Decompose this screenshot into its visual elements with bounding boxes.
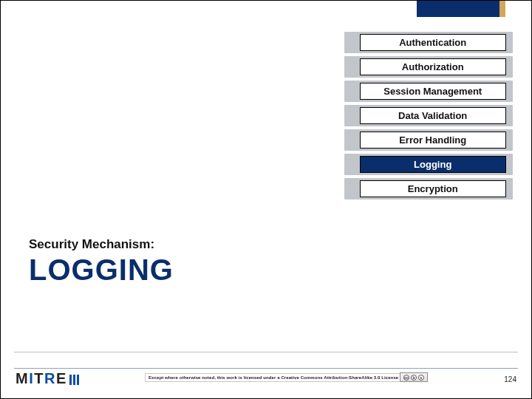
tab-label: Data Validation [360, 107, 506, 124]
tab-label: Encryption [360, 180, 506, 197]
by-icon: b [411, 375, 417, 381]
tab-encryption[interactable]: Encryption [344, 178, 513, 200]
section-eyebrow: Security Mechanism: [29, 237, 174, 252]
tab-data-validation[interactable]: Data Validation [344, 105, 513, 126]
tab-label: Authorization [360, 58, 506, 75]
tab-label: Logging [360, 156, 506, 173]
tab-label: Session Management [360, 83, 506, 100]
page-number: 124 [504, 375, 516, 383]
logo-letter: R [44, 370, 55, 387]
tab-authorization[interactable]: Authorization [344, 56, 513, 78]
section-title: LOGGING [29, 253, 174, 287]
tab-session-management[interactable]: Session Management [344, 81, 513, 102]
cc-license-badge: cc b s [400, 372, 428, 382]
divider [14, 352, 518, 352]
logo-letter: E [56, 370, 66, 387]
corner-decoration [417, 1, 505, 17]
security-topic-tabs: Authentication Authorization Session Man… [344, 32, 513, 202]
slide-content: Authentication Authorization Session Man… [1, 1, 531, 398]
logo-bars-icon [69, 375, 79, 387]
logo-letter: M [16, 370, 28, 387]
tab-error-handling[interactable]: Error Handling [344, 129, 513, 151]
tab-label: Authentication [360, 34, 506, 51]
divider [14, 368, 518, 369]
logo-letter: I [29, 370, 33, 387]
tab-authentication[interactable]: Authentication [344, 32, 513, 53]
section-heading: Security Mechanism: LOGGING [29, 237, 174, 287]
sa-icon: s [418, 375, 424, 381]
cc-icon: cc [403, 375, 409, 381]
logo-letter: T [34, 370, 44, 387]
mitre-logo: MITRE [16, 370, 79, 387]
license-text: Except where otherwise noted, this work … [145, 373, 402, 382]
tab-label: Error Handling [360, 132, 506, 149]
tab-logging[interactable]: Logging [344, 154, 513, 175]
slide: Authentication Authorization Session Man… [0, 0, 532, 399]
